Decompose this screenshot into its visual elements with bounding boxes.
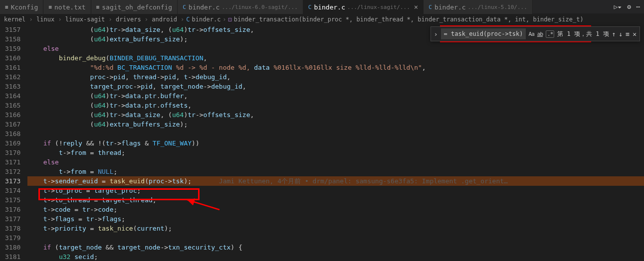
code-line[interactable]: target_proc->pid, target_node->debug_id, (27, 82, 644, 91)
code-line[interactable]: (u64)tr->data.ptr.buffer, (27, 91, 644, 101)
line-number: 3176 (5, 205, 20, 214)
function-icon: ⚀ (228, 16, 232, 23)
tab-label: binder.c (434, 3, 466, 11)
code-line[interactable]: t->to_thread = target_thread; (27, 195, 644, 205)
file-icon: ≡ (48, 4, 52, 10)
code-line[interactable]: (u64)tr->data_size, (u64)tr->offsets_siz… (27, 110, 644, 120)
editor-actions: ▷⏷ ⚙ ⋯ (614, 0, 644, 13)
prev-match-icon[interactable]: ↑ (612, 30, 616, 38)
tab-label: sagit_oh_defconfig (102, 3, 172, 11)
code-line[interactable]: binder_debug(BINDER_DEBUG_TRANSACTION, (27, 53, 644, 63)
code-area[interactable]: (u64)tr->data_size, (u64)tr->offsets_siz… (27, 25, 644, 261)
code-line[interactable] (27, 233, 644, 243)
line-number: 3175 (5, 195, 20, 205)
line-number: 3162 (5, 72, 20, 82)
breadcrumb-function[interactable]: binder_transaction(binder_proc *, binder… (234, 16, 584, 23)
line-number: 3167 (5, 120, 20, 129)
breadcrumb: kernel › linux › linux-sagit › drivers ›… (0, 14, 644, 25)
line-number: 3173 (5, 176, 20, 186)
code-line[interactable]: else (27, 157, 644, 167)
code-line[interactable]: t->code = tr->code; (27, 205, 644, 214)
code-line[interactable]: t->from = thread; (27, 148, 644, 157)
find-in-selection-icon[interactable]: ≡ (626, 30, 630, 38)
file-icon: C (183, 4, 186, 10)
tab-bar: ≡Kconfig≡note.txt≡sagit_oh_defconfigCbin… (0, 0, 644, 14)
line-number: 3166 (5, 110, 20, 120)
line-number: 3169 (5, 138, 20, 148)
line-number: 3157 (5, 25, 20, 34)
breadcrumb-segment[interactable]: kernel (4, 16, 25, 23)
file-icon: ≡ (5, 4, 8, 10)
code-line[interactable]: "%d:%d BC_TRANSACTION %d -> %d - node %d… (27, 63, 644, 72)
tab-label: Kconfig (11, 3, 38, 11)
code-line[interactable]: (u64)extra_buffers_size); (27, 120, 644, 129)
file-icon: C (429, 4, 432, 10)
line-number: 3158 (5, 34, 20, 44)
line-number: 3177 (5, 214, 20, 224)
line-gutter: 3157315831593160316131623163316431653166… (0, 25, 27, 261)
tab-binder-c[interactable]: Cbinder.c.../linux-sagit/...× (303, 0, 424, 14)
more-icon[interactable]: ⋯ (636, 3, 640, 10)
line-number: 3168 (5, 129, 20, 138)
tab-path: .../linux-6.0-sagit/... (221, 4, 297, 10)
tab-binder-c[interactable]: Cbinder.c.../linux-6.0-sagit/... (178, 0, 303, 14)
tab-sagit_oh_defconfig[interactable]: ≡sagit_oh_defconfig (91, 0, 178, 14)
tab-label: note.txt (54, 3, 86, 11)
settings-icon[interactable]: ⚙ (627, 3, 631, 10)
tab-note-txt[interactable]: ≡note.txt (43, 0, 91, 14)
next-match-icon[interactable]: ↓ (619, 30, 623, 38)
tab-label: binder.c (189, 3, 220, 11)
c-file-icon: C (186, 16, 190, 23)
regex-toggle[interactable]: .* (546, 30, 554, 38)
git-blame: Jami Kettunen, 4个月前 • drm/panel: samsung… (219, 177, 508, 185)
line-number: 3160 (5, 53, 20, 63)
breadcrumb-file[interactable]: binder.c (192, 16, 221, 23)
code-editor[interactable]: 3157315831593160316131623163316431653166… (0, 25, 644, 261)
file-icon: C (308, 4, 312, 10)
run-icon[interactable]: ▷⏷ (614, 3, 623, 10)
breadcrumb-segment[interactable]: android (152, 16, 177, 23)
line-number: 3181 (5, 252, 20, 261)
code-line[interactable]: u32 secid; (27, 252, 644, 261)
close-icon[interactable]: × (414, 3, 418, 11)
expand-replace-icon[interactable]: › (434, 30, 438, 38)
tab-binder-c[interactable]: Cbinder.c.../linux-5.10/... (424, 0, 532, 14)
line-number: 3179 (5, 233, 20, 243)
breadcrumb-segment[interactable]: drivers (116, 16, 141, 23)
code-line[interactable]: t->sender_euid = task_euid(proc->tsk); J… (27, 176, 644, 186)
code-line[interactable]: t->flags = tr->flags; (27, 214, 644, 224)
breadcrumb-segment[interactable]: linux (36, 16, 54, 23)
line-number: 3178 (5, 224, 20, 233)
find-widget: › Aa ab .* 第 1 项，共 1 项 ↑ ↓ ≡ ✕ (430, 26, 640, 41)
match-case-toggle[interactable]: Aa (529, 31, 534, 37)
code-line[interactable] (27, 129, 644, 138)
code-line[interactable]: proc->pid, thread->pid, t->debug_id, (27, 72, 644, 82)
breadcrumb-segment[interactable]: linux-sagit (65, 16, 105, 23)
code-line[interactable]: (u64)tr->data.ptr.offsets, (27, 101, 644, 110)
code-line[interactable]: if (!reply && !(tr->flags & TF_ONE_WAY)) (27, 138, 644, 148)
tab-label: binder.c (314, 3, 345, 11)
code-line[interactable]: t->to_proc = target_proc; (27, 186, 644, 195)
line-number: 3164 (5, 91, 20, 101)
line-number: 3170 (5, 148, 20, 157)
code-line[interactable]: t->from = NULL; (27, 167, 644, 176)
line-number: 3172 (5, 167, 20, 176)
close-icon[interactable]: ✕ (633, 30, 637, 38)
whole-word-toggle[interactable]: ab (537, 31, 543, 37)
code-line[interactable]: t->priority = task_nice(current); (27, 224, 644, 233)
line-number: 3174 (5, 186, 20, 195)
line-number: 3159 (5, 44, 20, 53)
line-number: 3163 (5, 82, 20, 91)
tab-kconfig[interactable]: ≡Kconfig (0, 0, 43, 14)
tab-path: .../linux-5.10/... (468, 4, 527, 10)
code-line[interactable]: else (27, 44, 644, 53)
file-icon: ≡ (96, 4, 100, 10)
code-line[interactable]: if (target_node && target_node->txn_secu… (27, 243, 644, 252)
line-number: 3180 (5, 243, 20, 252)
search-input[interactable] (441, 28, 526, 39)
line-number: 3171 (5, 157, 20, 167)
match-count: 第 1 项，共 1 项 (557, 30, 609, 38)
line-number: 3165 (5, 101, 20, 110)
line-number: 3161 (5, 63, 20, 72)
tab-path: .../linux-sagit/... (347, 4, 410, 10)
